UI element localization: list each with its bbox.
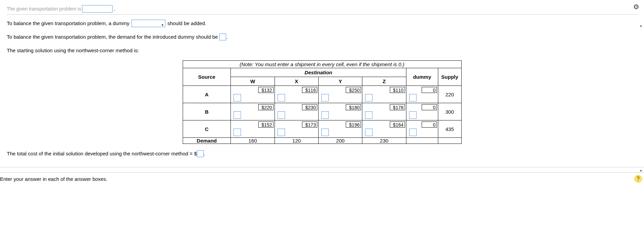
demand-value: 200 bbox=[318, 138, 362, 144]
total-cost-post: . bbox=[204, 150, 205, 157]
shipment-cell: $152 bbox=[231, 120, 275, 138]
shipment-cell: $116 bbox=[275, 86, 318, 103]
shipment-cell: $164 bbox=[362, 120, 406, 138]
supply-value: 220 bbox=[438, 86, 461, 103]
shipment-input[interactable] bbox=[365, 94, 373, 101]
shipment-input[interactable] bbox=[365, 111, 373, 119]
problem-type-input[interactable] bbox=[82, 5, 113, 13]
shipment-cell: $220 bbox=[231, 103, 275, 120]
shipment-cell: 0 bbox=[406, 86, 438, 103]
cost-value: 0 bbox=[422, 121, 437, 128]
shipment-cell: $250 bbox=[318, 86, 362, 103]
cost-value: $250 bbox=[346, 87, 361, 93]
source-cell: C bbox=[183, 120, 231, 138]
shipment-input[interactable] bbox=[278, 111, 285, 119]
cost-value: 0 bbox=[422, 87, 437, 93]
cost-value: $132 bbox=[258, 87, 274, 93]
header-destination: Destination bbox=[231, 68, 406, 77]
total-cost-pre: The total cost of the initial solution d… bbox=[7, 150, 197, 157]
line2-pre: To balance the given transportation prob… bbox=[7, 33, 218, 41]
supply-value: 435 bbox=[438, 120, 461, 138]
shipment-input[interactable] bbox=[409, 129, 417, 136]
line-starting-solution: The starting solution using the northwes… bbox=[7, 47, 637, 54]
cutoff-text: The given transportation problem is bbox=[7, 6, 81, 12]
shipment-cell: $110 bbox=[362, 86, 406, 103]
gear-icon[interactable]: ⚙ bbox=[633, 3, 639, 11]
shipment-input[interactable] bbox=[234, 111, 241, 119]
cost-value: $178 bbox=[390, 104, 405, 110]
cost-value: $152 bbox=[258, 121, 274, 128]
shipment-cell: 0 bbox=[406, 120, 438, 138]
shipment-input[interactable] bbox=[365, 129, 373, 136]
table-row: B$220$230$180$1780300 bbox=[183, 103, 461, 120]
shipment-input[interactable] bbox=[234, 94, 241, 101]
cost-value: $110 bbox=[390, 87, 405, 93]
line1-post: should be added. bbox=[167, 20, 206, 27]
line-dummy-type: To balance the given transportation prob… bbox=[7, 20, 637, 27]
demand-value bbox=[406, 138, 438, 144]
cost-value: 0 bbox=[422, 104, 437, 110]
line3-text: The starting solution using the northwes… bbox=[7, 47, 139, 54]
question-content: The given transportation problem is . To… bbox=[0, 0, 644, 167]
line2-post: . bbox=[226, 33, 227, 41]
header-col-z: Z bbox=[362, 77, 406, 86]
header-col-w: W bbox=[231, 77, 275, 86]
table-note: (Note: You must enter a shipment in ever… bbox=[183, 60, 462, 68]
cutoff-row: The given transportation problem is . bbox=[7, 0, 637, 15]
shipment-cell: $173 bbox=[275, 120, 318, 138]
shipment-cell: $196 bbox=[318, 120, 362, 138]
dummy-demand-input[interactable] bbox=[219, 34, 226, 40]
shipment-input[interactable] bbox=[234, 129, 241, 136]
header-col-y: Y bbox=[318, 77, 362, 86]
footer-note: Enter your answer in each of the answer … bbox=[0, 172, 644, 185]
scroll-up-icon[interactable]: ▴ bbox=[640, 23, 642, 28]
header-dummy: dummy bbox=[406, 68, 438, 86]
cost-value: $116 bbox=[302, 87, 317, 93]
demand-value: 160 bbox=[231, 138, 275, 144]
cost-value: $180 bbox=[346, 104, 361, 110]
demand-value: 230 bbox=[362, 138, 406, 144]
demand-value: 120 bbox=[275, 138, 318, 144]
shipment-input[interactable] bbox=[409, 111, 417, 119]
help-icon[interactable]: ? bbox=[635, 175, 642, 183]
table-row: C$152$173$196$1640435 bbox=[183, 120, 461, 138]
cost-value: $164 bbox=[390, 121, 405, 128]
transportation-table: Source Destination dummy Supply W X Y Z … bbox=[183, 68, 462, 144]
cost-value: $230 bbox=[302, 104, 317, 110]
line1-pre: To balance the given transportation prob… bbox=[7, 20, 129, 27]
header-supply: Supply bbox=[438, 68, 461, 86]
shipment-cell: $178 bbox=[362, 103, 406, 120]
shipment-input[interactable] bbox=[409, 94, 417, 101]
source-cell: B bbox=[183, 103, 231, 120]
table-row: A$132$116$250$1100220 bbox=[183, 86, 461, 103]
shipment-cell: 0 bbox=[406, 103, 438, 120]
line-total-cost: The total cost of the initial solution d… bbox=[7, 150, 637, 157]
dummy-select-wrap bbox=[132, 20, 165, 27]
cutoff-period: . bbox=[114, 6, 115, 12]
dummy-type-select[interactable] bbox=[132, 20, 165, 27]
demand-value bbox=[438, 138, 461, 144]
supply-value: 300 bbox=[438, 103, 461, 120]
total-cost-input[interactable] bbox=[197, 150, 204, 157]
header-source: Source bbox=[183, 68, 231, 86]
scroll-down-icon[interactable]: ▾ bbox=[640, 168, 642, 173]
cost-value: $173 bbox=[302, 121, 317, 128]
shipment-input[interactable] bbox=[278, 94, 285, 101]
demand-row: Demand160120200230 bbox=[183, 138, 461, 144]
shipment-cell: $230 bbox=[275, 103, 318, 120]
line-dummy-demand: To balance the given transportation prob… bbox=[7, 33, 637, 41]
shipment-cell: $132 bbox=[231, 86, 275, 103]
source-cell: A bbox=[183, 86, 231, 103]
shipment-input[interactable] bbox=[321, 129, 329, 136]
shipment-cell: $180 bbox=[318, 103, 362, 120]
cost-value: $220 bbox=[258, 104, 274, 110]
header-col-x: X bbox=[275, 77, 318, 86]
demand-label: Demand bbox=[183, 138, 231, 144]
shipment-input[interactable] bbox=[278, 129, 285, 136]
cost-value: $196 bbox=[346, 121, 361, 128]
shipment-input[interactable] bbox=[321, 94, 329, 101]
shipment-input[interactable] bbox=[321, 111, 329, 119]
